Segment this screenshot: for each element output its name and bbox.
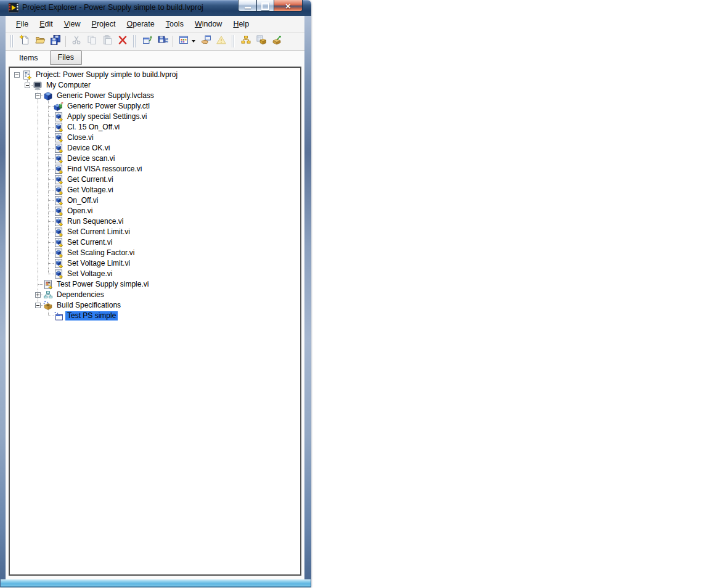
open-folder-button[interactable] [32,35,47,49]
tree-item[interactable]: Get Current.vi [12,174,300,185]
tree-item[interactable]: Generic Power Supply.lvclass [12,91,300,101]
project-explorer-window: Project Explorer - Power Supply simple t… [0,0,311,587]
tree-item[interactable]: Set Current.vi [12,237,300,248]
tree-item[interactable]: On_Off.vi [12,195,300,206]
menu-window[interactable]: Window [189,17,227,31]
toolbar [6,33,304,51]
save-hierarchy-button[interactable] [155,35,170,49]
tree-item[interactable]: Test PS simple [12,311,300,321]
collapse-icon[interactable] [35,303,41,308]
menu-tools[interactable]: Tools [160,17,189,31]
collapse-icon[interactable] [35,93,41,99]
new-file-button[interactable] [17,35,32,49]
tree-guide [12,122,22,133]
tree-guide [33,101,43,112]
menu-help[interactable]: Help [227,17,255,31]
maximize-button[interactable] [256,0,274,12]
close-button[interactable]: × [274,0,303,12]
resolve-conflicts-button[interactable] [238,35,253,49]
collapse-icon[interactable] [14,72,20,78]
tree-item[interactable]: Run Sequence.vi [12,216,300,227]
toolbar-grip[interactable] [9,35,15,47]
tree-item-label: Open.vi [65,206,94,216]
vi-icon [54,186,65,195]
tree-elbow [43,174,54,185]
tree-item[interactable]: Project: Power Supply simple to build.lv… [12,70,300,80]
tree-item[interactable]: Test Power Supply simple.vi [12,279,300,290]
menu-view[interactable]: View [59,17,86,31]
delete-button[interactable] [115,35,130,49]
menu-project[interactable]: Project [86,17,121,31]
tree-guide [12,279,22,290]
project-tree-panel[interactable]: Project: Power Supply simple to build.lv… [9,67,301,576]
tree-item[interactable]: Set Current Limit.vi [12,227,300,237]
tree-item[interactable]: Apply special Settings.vi [12,112,300,122]
vi-icon [54,123,65,133]
minimize-button[interactable] [238,0,257,12]
tree-item-label: Set Voltage.vi [65,269,114,279]
cut-button[interactable] [68,35,84,49]
menu-edit[interactable]: Edit [34,17,59,31]
tree-item[interactable]: Set Voltage Limit.vi [12,258,300,269]
tree-item[interactable]: Generic Power Supply.ctl [12,101,300,112]
tree-guide [33,174,43,185]
icon-view-button[interactable] [176,35,191,49]
tab-files[interactable]: Files [50,51,82,65]
collapse-icon[interactable] [25,83,30,88]
tree-item[interactable]: Build Specifications [12,300,300,311]
tree-guide [22,174,33,185]
hand-window-button[interactable] [198,35,213,49]
tree-item[interactable]: Close.vi [12,133,300,143]
lvclass-icon [43,91,55,101]
tree-item-label: Project: Power Supply simple to build.lv… [34,70,179,80]
tab-items[interactable]: Items [11,51,46,66]
tree-item[interactable]: Device scan.vi [12,153,300,164]
menu-file[interactable]: File [10,17,34,31]
tree-elbow [22,80,33,91]
tree-item[interactable]: Cl. 15 On_Off.vi [12,122,300,133]
window-content: FileEditViewProjectOperateToolsWindowHel… [6,16,304,579]
tree-guide [22,290,33,300]
tree-guide [33,143,43,153]
tree-item[interactable]: My Computer [12,80,300,91]
tree-item[interactable]: Set Scaling Factor.vi [12,248,300,258]
build-box-button[interactable] [253,35,269,49]
menu-operate[interactable]: Operate [121,17,160,31]
copy-button[interactable] [84,35,99,49]
tree-item[interactable]: Find VISA ressource.vi [12,164,300,174]
tree-elbow [43,311,54,321]
tree-guide [22,143,33,153]
maximize-icon [261,2,269,10]
chevron-down-icon[interactable] [192,40,195,43]
tree-item[interactable]: Get Voltage.vi [12,185,300,195]
tree-guide [22,300,33,311]
tree-guide [12,237,22,248]
tree-item[interactable]: Dependencies [12,290,300,300]
close-icon: × [285,1,291,11]
vi-icon [54,269,65,279]
tree-guide [33,248,43,258]
tree-elbow [33,279,43,290]
tree-item-label: Find VISA ressource.vi [65,165,144,174]
expand-icon[interactable] [35,292,41,298]
tree-guide [22,133,33,143]
minimize-icon [245,7,251,9]
tree-item[interactable]: Device OK.vi [12,143,300,153]
tab-bar: ItemsFiles [6,51,304,66]
tree-guide [22,153,33,164]
tree-item[interactable]: Open.vi [12,206,300,216]
toolbar-grip[interactable] [231,35,236,47]
toolbar-grip[interactable] [132,35,137,47]
tree-guide [22,237,33,248]
deploy-box-button[interactable] [269,35,284,49]
vi-icon [54,175,65,185]
warning-button[interactable] [213,35,229,49]
title-bar[interactable]: Project Explorer - Power Supply simple t… [0,0,311,16]
refresh-hierarchy-button[interactable] [139,35,155,49]
save-all-button[interactable] [47,35,63,49]
paste-button[interactable] [99,35,115,49]
tree-item[interactable]: Set Voltage.vi [12,269,300,279]
tree-guide [22,195,33,206]
dependencies-icon [43,290,55,300]
tree-guide [22,216,33,227]
